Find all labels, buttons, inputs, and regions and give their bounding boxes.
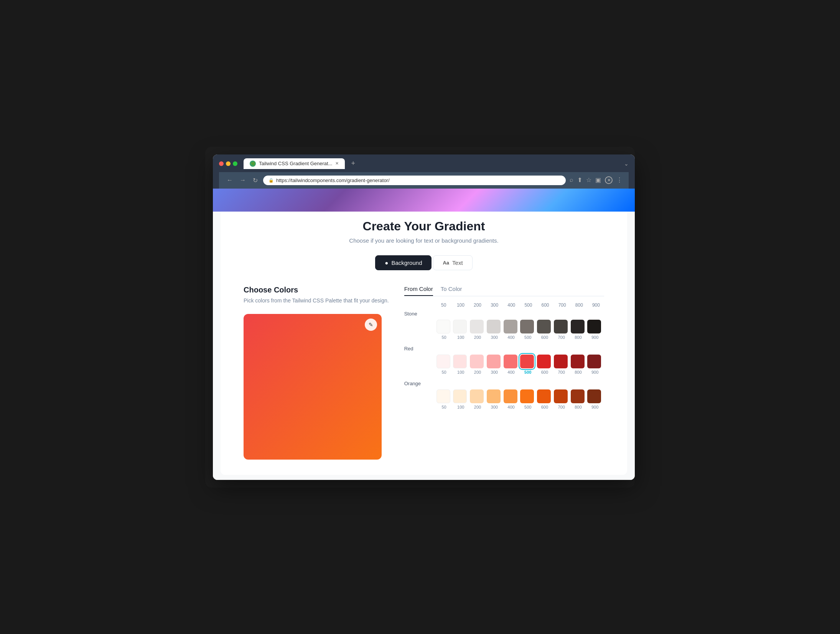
shade-600: 600 — [537, 302, 553, 308]
tab-from-color[interactable]: From Color — [404, 286, 433, 296]
background-button[interactable]: ● Background — [375, 255, 432, 270]
red-900[interactable] — [587, 355, 601, 368]
tabs-row: 🌿 Tailwind CSS Gradient Generat... ✕ + ⌄ — [219, 158, 629, 169]
stone-400[interactable] — [504, 320, 517, 333]
preview-column: Choose Colors Pick colors from the Tailw… — [244, 286, 389, 460]
page-subtitle: Choose if you are looking for text or ba… — [244, 237, 604, 244]
orange-800[interactable] — [571, 389, 585, 403]
minimize-traffic-light[interactable] — [226, 161, 231, 166]
new-tab-button[interactable]: + — [348, 159, 358, 168]
background-label: Background — [391, 260, 422, 266]
shade-header: 50 100 200 300 400 500 600 700 800 900 — [404, 302, 604, 308]
orange-200[interactable] — [470, 389, 484, 403]
tab-favicon: 🌿 — [250, 161, 256, 167]
orange-100[interactable] — [453, 389, 467, 403]
browser-window: 🌿 Tailwind CSS Gradient Generat... ✕ + ⌄… — [205, 147, 635, 488]
url-text: https://tailwindcomponents.com/gradient-… — [276, 177, 390, 183]
toggle-buttons: ● Background Aa Text — [244, 255, 604, 270]
x-profile-icon[interactable]: ✕ — [605, 176, 613, 184]
more-icon[interactable]: ⋮ — [616, 176, 623, 184]
color-group-orange: Orange — [404, 381, 603, 409]
shade-900: 900 — [588, 302, 604, 308]
stone-300[interactable] — [487, 320, 501, 333]
page-content: Create Your Gradient Choose if you are l… — [221, 212, 627, 475]
color-groups-scroll[interactable]: Stone — [404, 311, 604, 416]
nav-bar: ← → ↻ 🔒 https://tailwindcomponents.com/g… — [219, 172, 629, 189]
red-600[interactable] — [537, 355, 551, 368]
shade-200: 200 — [469, 302, 486, 308]
bookmark-icon[interactable]: ☆ — [586, 176, 591, 184]
stone-800[interactable] — [571, 320, 585, 333]
orange-500[interactable] — [520, 389, 534, 403]
tab-to-color[interactable]: To Color — [441, 286, 462, 296]
section-subtitle: Pick colors from the Tailwind CSS Palett… — [244, 297, 389, 305]
gradient-preview: ✎ — [244, 314, 382, 460]
orange-700[interactable] — [554, 389, 568, 403]
lock-icon: 🔒 — [268, 178, 274, 183]
chevron-down-icon: ⌄ — [624, 161, 629, 167]
shade-50: 50 — [436, 302, 452, 308]
color-picker-panel: From Color To Color 50 100 200 300 400 5… — [404, 286, 604, 460]
edit-preview-button[interactable]: ✎ — [365, 319, 377, 331]
orange-400[interactable] — [504, 389, 517, 403]
text-label: Text — [452, 260, 463, 266]
stone-shade-numbers: 50 100 200 300 400 500 600 700 800 900 — [404, 335, 603, 340]
red-100[interactable] — [453, 355, 467, 368]
red-500[interactable] — [520, 355, 534, 368]
shade-300: 300 — [486, 302, 502, 308]
shade-100: 100 — [453, 302, 469, 308]
shade-700: 700 — [554, 302, 570, 308]
red-label: Red — [404, 346, 603, 351]
text-button[interactable]: Aa Text — [433, 255, 472, 270]
stone-swatches — [404, 320, 603, 333]
search-icon[interactable]: ⌕ — [570, 176, 573, 184]
stone-50[interactable] — [436, 320, 450, 333]
stone-600[interactable] — [537, 320, 551, 333]
close-traffic-light[interactable] — [219, 161, 224, 166]
maximize-traffic-light[interactable] — [233, 161, 237, 166]
refresh-button[interactable]: ↻ — [251, 175, 259, 186]
stone-500[interactable] — [520, 320, 534, 333]
stone-700[interactable] — [554, 320, 568, 333]
tab-title: Tailwind CSS Gradient Generat... — [259, 161, 332, 166]
stone-900[interactable] — [587, 320, 601, 333]
shade-800: 800 — [571, 302, 587, 308]
red-300[interactable] — [487, 355, 501, 368]
red-700[interactable] — [554, 355, 568, 368]
back-button[interactable]: ← — [225, 175, 234, 185]
red-swatches — [404, 355, 603, 368]
stone-100[interactable] — [453, 320, 467, 333]
shade-400: 400 — [503, 302, 519, 308]
orange-label: Orange — [404, 381, 603, 386]
orange-50[interactable] — [436, 389, 450, 403]
red-400[interactable] — [504, 355, 517, 368]
share-icon[interactable]: ⬆ — [577, 176, 582, 184]
orange-900[interactable] — [587, 389, 601, 403]
sidebar-icon[interactable]: ▣ — [595, 176, 601, 184]
traffic-lights — [219, 161, 237, 166]
address-bar[interactable]: 🔒 https://tailwindcomponents.com/gradien… — [263, 176, 566, 185]
orange-600[interactable] — [537, 389, 551, 403]
section-title: Choose Colors — [244, 286, 389, 294]
orange-shade-numbers: 50 100 200 300 400 500 600 700 800 900 — [404, 405, 603, 409]
stone-200[interactable] — [470, 320, 484, 333]
color-group-red: Red — [404, 346, 603, 374]
edit-icon: ✎ — [369, 322, 373, 328]
stone-label: Stone — [404, 311, 603, 317]
red-200[interactable] — [470, 355, 484, 368]
color-group-stone: Stone — [404, 311, 603, 340]
page-title: Create Your Gradient — [244, 219, 604, 233]
orange-swatches — [404, 389, 603, 403]
red-800[interactable] — [571, 355, 585, 368]
active-tab[interactable]: 🌿 Tailwind CSS Gradient Generat... ✕ — [244, 158, 345, 169]
forward-button[interactable]: → — [238, 175, 247, 185]
color-tabs: From Color To Color — [404, 286, 604, 296]
red-shade-numbers: 50 100 200 300 400 500 600 700 800 900 — [404, 370, 603, 374]
tab-close-button[interactable]: ✕ — [335, 161, 339, 166]
nav-actions: ⌕ ⬆ ☆ ▣ ✕ ⋮ — [570, 176, 623, 184]
browser-chrome: 🌿 Tailwind CSS Gradient Generat... ✕ + ⌄… — [213, 154, 635, 480]
orange-300[interactable] — [487, 389, 501, 403]
text-icon: Aa — [443, 260, 449, 266]
colors-section: Choose Colors Pick colors from the Tailw… — [244, 286, 604, 460]
red-50[interactable] — [436, 355, 450, 368]
